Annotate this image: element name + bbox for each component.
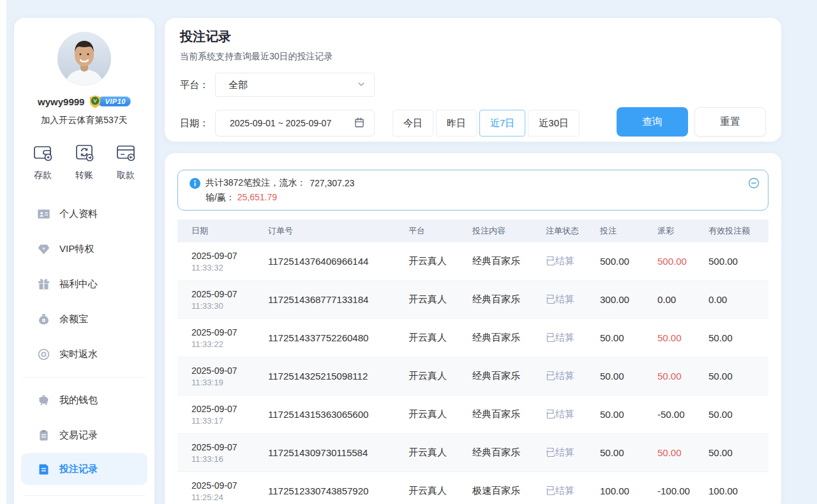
sidebar-item-label: 个人资料 xyxy=(59,208,98,220)
header-status: 注单状态 xyxy=(546,225,600,237)
range-yesterday-button[interactable]: 昨日 xyxy=(436,110,477,137)
header-valid: 有效投注额 xyxy=(708,225,768,237)
sidebar-item-bet-records[interactable]: 投注记录 xyxy=(21,453,147,485)
summary-winloss-value: 25,651.79 xyxy=(237,192,277,202)
quick-actions: 存款 转账 xyxy=(14,142,154,181)
date-range-value: 2025-09-01 ~ 2025-09-07 xyxy=(230,118,331,128)
sidebar-divider-bottom xyxy=(23,495,146,496)
username: wywy9999 xyxy=(38,96,84,107)
cell-valid-amount: 500.00 xyxy=(708,256,768,267)
cell-status: 已结算 xyxy=(546,255,600,267)
cell-platform: 开云真人 xyxy=(408,408,472,420)
sidebar-menu: 个人资料 VIP特权 福利中心 xyxy=(14,196,154,372)
range-30days-button[interactable]: 近30日 xyxy=(528,110,580,137)
reset-button[interactable]: 重置 xyxy=(694,107,766,137)
sidebar-item-transactions[interactable]: 交易记录 xyxy=(14,418,154,453)
cell-bet-content: 经典百家乐 xyxy=(472,408,546,420)
cell-order-number: 1172514376406966144 xyxy=(268,256,408,267)
collapse-banner-icon[interactable] xyxy=(747,177,760,189)
filter-card: 投注记录 当前系统支持查询最近30日的投注记录 平台： 全部 日期： 2025-… xyxy=(165,18,781,142)
cell-payout: 50.00 xyxy=(657,332,708,343)
page-subtitle: 当前系统支持查询最近30日的投注记录 xyxy=(180,51,333,63)
transfer-icon xyxy=(73,142,95,166)
cell-platform: 开云真人 xyxy=(408,485,472,497)
date-label: 日期： xyxy=(180,117,209,130)
avatar[interactable] xyxy=(57,32,111,85)
cell-date: 2025-09-0711:33:22 xyxy=(191,327,268,350)
sidebar-item-vip[interactable]: VIP特权 xyxy=(14,232,154,267)
cell-platform: 开云真人 xyxy=(408,447,472,459)
table-row: 2025-09-0711:33:321172514376406966144开云真… xyxy=(177,242,768,281)
header-platform: 平台 xyxy=(408,225,472,237)
table-row: 2025-09-0711:33:191172514325215098112开云真… xyxy=(177,357,768,396)
page-title: 投注记录 xyxy=(180,28,231,45)
cell-valid-amount: 50.00 xyxy=(708,332,768,343)
sidebar-item-profile[interactable]: 个人资料 xyxy=(14,196,154,232)
sidebar-item-welfare[interactable]: 福利中心 xyxy=(14,267,154,302)
table-row: 2025-09-0711:33:161172514309730115584开云真… xyxy=(177,434,768,472)
platform-selected-value: 全部 xyxy=(229,79,248,91)
rebate-icon xyxy=(37,348,50,361)
summary-winloss-prefix: 输/赢： xyxy=(206,192,235,202)
cell-order-number: 1172512330743857920 xyxy=(268,485,408,496)
sidebar-item-label: 投注记录 xyxy=(59,463,98,475)
cell-bet-amount: 300.00 xyxy=(600,294,657,305)
table-row: 2025-09-0711:33:171172514315363065600开云真… xyxy=(177,396,768,434)
table-header-row: 日期 订单号 平台 投注内容 注单状态 投注 派彩 有效投注额 xyxy=(177,219,768,242)
deposit-label: 存款 xyxy=(34,170,52,181)
cell-date: 2025-09-0711:33:17 xyxy=(191,403,268,426)
cell-bet-content: 经典百家乐 xyxy=(472,370,546,382)
platform-filter-row: 平台： 全部 xyxy=(180,73,375,97)
header-content: 投注内容 xyxy=(472,225,546,237)
cell-date: 2025-09-0711:33:30 xyxy=(191,288,268,311)
cell-valid-amount: 50.00 xyxy=(708,447,768,458)
cell-payout: 0.00 xyxy=(657,294,708,305)
chevron-down-icon xyxy=(356,79,366,91)
range-7days-button[interactable]: 近7日 xyxy=(479,110,525,137)
sidebar-item-label: 余额宝 xyxy=(59,313,88,325)
platform-select[interactable]: 全部 xyxy=(215,73,375,97)
gift-icon xyxy=(37,278,50,291)
cell-status: 已结算 xyxy=(546,293,600,306)
cell-date: 2025-09-0711:25:24 xyxy=(191,480,268,503)
withdraw-button[interactable]: 取款 xyxy=(115,142,137,181)
cell-date: 2025-09-0711:33:19 xyxy=(191,365,268,388)
header-bet: 投注 xyxy=(600,225,657,237)
sidebar-item-yuebao[interactable]: 余额宝 xyxy=(14,302,154,337)
cell-payout: 50.00 xyxy=(657,371,708,382)
vip-badge: VIP10 xyxy=(88,94,130,108)
cell-date: 2025-09-0711:33:32 xyxy=(191,250,268,273)
clipboard-icon xyxy=(37,429,50,442)
sidebar-item-label: 福利中心 xyxy=(59,278,98,290)
cell-platform: 开云真人 xyxy=(408,332,472,344)
join-days-text: 加入开云体育第537天 xyxy=(14,115,154,126)
summary-turnover-value: 727,307.23 xyxy=(310,178,354,188)
sidebar-divider xyxy=(23,377,146,378)
transfer-button[interactable]: 转账 xyxy=(73,142,95,181)
cell-valid-amount: 0.00 xyxy=(708,294,768,305)
cell-order-number: 1172514337752260480 xyxy=(268,332,408,343)
cell-payout: 50.00 xyxy=(657,447,708,458)
vip-shield-icon xyxy=(88,94,102,108)
cell-payout: -50.00 xyxy=(657,409,708,420)
cell-status: 已结算 xyxy=(546,370,600,382)
table-row: 2025-09-0711:33:221172514337752260480开云真… xyxy=(177,319,768,357)
deposit-button[interactable]: 存款 xyxy=(32,142,54,181)
cell-date: 2025-09-0711:33:16 xyxy=(191,441,268,464)
cell-order-number: 1172514309730115584 xyxy=(268,447,408,458)
cell-bet-content: 经典百家乐 xyxy=(472,332,546,344)
date-range-input[interactable]: 2025-09-01 ~ 2025-09-07 xyxy=(215,110,375,137)
bet-records-table: 日期 订单号 平台 投注内容 注单状态 投注 派彩 有效投注额 2025-09-… xyxy=(177,219,768,504)
query-button[interactable]: 查询 xyxy=(617,107,688,137)
cell-order-number: 1172514315363065600 xyxy=(268,409,408,420)
sidebar-item-wallet[interactable]: 我的钱包 xyxy=(14,383,154,418)
sidebar-item-label: 实时返水 xyxy=(59,348,98,360)
sidebar-item-rebate[interactable]: 实时返水 xyxy=(14,337,154,372)
header-date: 日期 xyxy=(191,225,268,237)
table-row: 2025-09-0711:33:301172514368777133184开云真… xyxy=(177,281,768,319)
cell-bet-amount: 50.00 xyxy=(600,409,657,420)
vip-level-label: VIP10 xyxy=(98,96,130,107)
calendar-icon xyxy=(354,117,365,130)
cell-order-number: 1172514368777133184 xyxy=(268,294,408,305)
range-today-button[interactable]: 今日 xyxy=(393,110,433,137)
